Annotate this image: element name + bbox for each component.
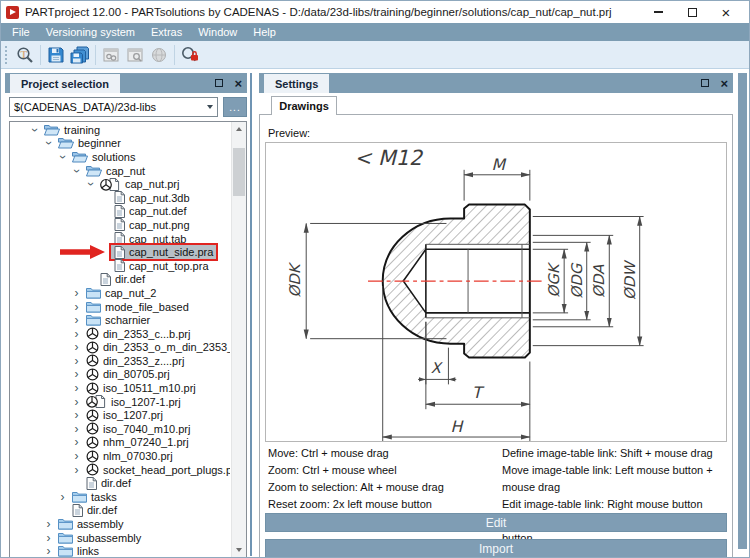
tree-scrollbar[interactable] [231, 122, 246, 557]
menu-file[interactable]: File [4, 23, 38, 41]
tree-item-label: cap_nut [106, 165, 145, 177]
path-combo-row: $(CADENAS_DATA)/23d-libs ... [9, 97, 247, 117]
tree-row[interactable]: › scharnier [10, 313, 230, 327]
chevron-icon[interactable]: › [42, 518, 55, 530]
edit-button[interactable]: Edit [265, 513, 727, 532]
tree-row[interactable]: › training [10, 123, 230, 137]
panel-close-icon[interactable]: × [720, 77, 728, 90]
chevron-icon[interactable]: › [70, 314, 83, 326]
tree-row[interactable]: › assembly [10, 517, 230, 531]
save-icon[interactable] [44, 43, 68, 67]
doc-icon [114, 218, 125, 231]
tree-row[interactable]: › din_2353_o_m_din_2353_p_... [10, 341, 230, 355]
panel-maximize-icon[interactable] [215, 79, 223, 87]
chevron-icon[interactable]: › [56, 491, 69, 503]
tree-item-label: links [77, 545, 99, 557]
minimize-button[interactable] [641, 1, 675, 23]
chevron-icon[interactable]: › [71, 164, 83, 177]
chevron-icon[interactable]: › [57, 150, 69, 163]
tree-item-label: solutions [92, 151, 135, 163]
tree-row[interactable]: › din_2353_c...b.prj [10, 327, 230, 341]
path-combobox[interactable]: $(CADENAS_DATA)/23d-libs [9, 97, 218, 117]
tree-row[interactable]: dir.def [10, 273, 230, 287]
save-all-icon[interactable] [68, 43, 92, 67]
tree-row[interactable]: › iso_1207.prj [10, 408, 230, 422]
scrollbar-thumb[interactable] [233, 148, 245, 196]
chevron-icon[interactable]: › [70, 341, 83, 353]
tree-row[interactable]: cap_nut_top.pra [10, 259, 230, 273]
panel-close-icon[interactable]: × [234, 77, 242, 90]
maximize-button[interactable] [675, 1, 709, 23]
menu-extras[interactable]: Extras [143, 23, 190, 41]
quality-check-icon[interactable] [178, 43, 202, 67]
tree-row[interactable]: › cap_nut.prj [10, 177, 230, 191]
tree-row[interactable]: › subassembly [10, 531, 230, 545]
tree-row[interactable]: › socket_head_port_plugs.prj [10, 463, 230, 477]
chevron-icon[interactable]: › [85, 178, 97, 191]
chevron-down-icon[interactable] [202, 98, 217, 116]
chevron-icon[interactable]: › [42, 532, 55, 544]
toolbar-grip[interactable] [5, 46, 9, 64]
tree-row[interactable]: › solutions [10, 150, 230, 164]
tree-item-label: iso_1207-1.prj [111, 396, 181, 408]
chevron-icon[interactable]: › [70, 382, 83, 394]
import-button[interactable]: Import [265, 539, 727, 558]
tree-row[interactable]: › din_80705.prj [10, 368, 230, 382]
tree-row[interactable]: cap_nut.def [10, 205, 230, 219]
chevron-icon[interactable]: › [70, 328, 83, 340]
panel-splitter[interactable] [250, 73, 252, 556]
tree-item-label: cap_nut_2 [105, 287, 156, 299]
chevron-icon[interactable]: › [70, 464, 83, 476]
chevron-icon[interactable]: › [70, 409, 83, 421]
chevron-icon[interactable]: › [70, 301, 83, 313]
tree-row[interactable]: › cap_nut [10, 164, 230, 178]
chevron-icon[interactable]: › [70, 436, 83, 448]
scroll-down-icon[interactable] [232, 543, 246, 557]
tree-row[interactable]: › iso_7040_m10.prj [10, 422, 230, 436]
tree-row[interactable]: › iso_1207-1.prj [10, 395, 230, 409]
panel-maximize-icon[interactable] [701, 79, 709, 87]
tab-drawings[interactable]: Drawings [271, 96, 337, 115]
dock-strip[interactable] [738, 73, 747, 549]
tree-row[interactable]: › links [10, 544, 230, 557]
tree-row[interactable]: dir.def [10, 504, 230, 518]
tree-row[interactable]: › mode_file_based [10, 300, 230, 314]
chevron-icon[interactable]: › [42, 545, 55, 557]
tree-row[interactable]: dir.def [10, 476, 230, 490]
chevron-icon[interactable]: › [70, 355, 83, 367]
chevron-icon[interactable]: › [70, 450, 83, 462]
dim-da: ØDA [590, 265, 607, 298]
tree-row[interactable]: › beginner [10, 137, 230, 151]
tree-row[interactable]: › nlm_07030.prj [10, 449, 230, 463]
toolbar-separator [40, 45, 41, 65]
chevron-icon[interactable]: › [29, 123, 41, 136]
menu-window[interactable]: Window [190, 23, 245, 41]
tree-row[interactable]: › din_2353_z....prj [10, 354, 230, 368]
tree-row[interactable]: cap_nut.png [10, 218, 230, 232]
chevron-icon[interactable]: › [70, 423, 83, 435]
tree-row[interactable]: cap_nut.3db [10, 191, 230, 205]
minimize-icon [654, 11, 663, 13]
menu-help[interactable]: Help [245, 23, 284, 41]
chevron-icon[interactable]: › [70, 396, 83, 408]
browse-button[interactable]: ... [223, 97, 247, 117]
tree-row-selected[interactable]: cap_nut_side.pra [10, 245, 230, 259]
thread-note: < M12 [354, 146, 424, 170]
folder-open-icon [72, 151, 88, 163]
cap-nut-drawing: < M12 M ØDK ØGK ØDG ØDA ØDW X T H [266, 143, 726, 441]
tree-row[interactable]: › tasks [10, 490, 230, 504]
chevron-icon[interactable]: › [70, 287, 83, 299]
chevron-icon[interactable]: › [70, 368, 83, 380]
web-publish-icon [147, 43, 171, 67]
tree-row[interactable]: › nhm_07240_1.prj [10, 436, 230, 450]
chevron-icon[interactable]: › [43, 137, 55, 150]
find-part-icon[interactable]: T [13, 43, 37, 67]
tree-row[interactable]: cap_nut.tab [10, 232, 230, 246]
tree-row[interactable]: › cap_nut_2 [10, 286, 230, 300]
menu-versioning-system[interactable]: Versioning system [38, 23, 143, 41]
scroll-up-icon[interactable] [232, 122, 246, 136]
tree-item-label: nhm_07240_1.prj [103, 436, 189, 448]
tree-row[interactable]: › iso_10511_m10.prj [10, 381, 230, 395]
close-button[interactable]: × [709, 1, 743, 23]
drawing-preview[interactable]: < M12 M ØDK ØGK ØDG ØDA ØDW X T H [265, 142, 727, 442]
